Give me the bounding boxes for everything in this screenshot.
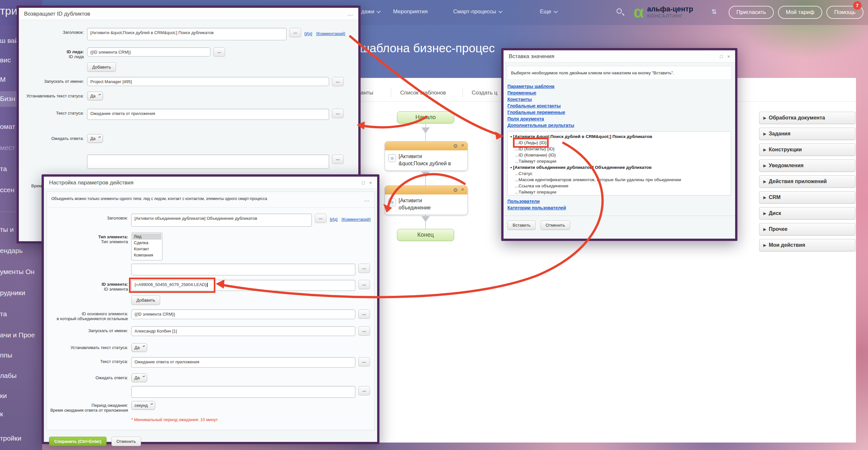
insert-value-button[interactable]: ... [358,264,370,273]
tree-item-id-companies[interactable]: ...ID (Компании) {ID} [510,152,728,158]
main-element-id-input[interactable]: {{ID элемента CRM}} [131,310,355,319]
sidebar-item[interactable]: рудники [0,289,42,297]
comment-link[interactable]: [Комментарий] [342,217,371,222]
close-icon[interactable]: × [369,180,372,185]
insert-value-button[interactable]: ... [332,109,344,118]
header-textarea[interactable]: [Активити объединение дубликатов] Объеди… [131,214,312,227]
insert-value-button[interactable]: ... [315,214,327,223]
tree-item-status[interactable]: ...Статус [510,170,728,176]
link-user-categories[interactable]: Категории пользователей [507,204,731,211]
accordion-my-actions[interactable]: ▶Мои действия [759,239,855,251]
accordion-other[interactable]: ▶Прочее [759,223,855,235]
header-textarea[interactable]: [Активити &quot;Поиск дублей в CRM&quot;… [87,28,286,40]
tab-template-list[interactable]: Список шаблонов [400,90,446,96]
insert-value-button[interactable]: ... [289,28,301,37]
insert-value-button[interactable]: ... [358,310,370,319]
gear-icon[interactable]: ⚙ [453,187,458,193]
id-link[interactable]: [Ид] [330,217,338,222]
flow-arrow-down-icon[interactable] [421,171,430,178]
close-icon[interactable]: × [461,186,464,193]
listbox-option[interactable]: Сделка [132,239,161,246]
link-users[interactable]: Пользователи [507,198,731,204]
set-status-select[interactable]: Да▴▾ [87,92,103,100]
link-global-constants[interactable]: Глобальные константы [507,103,731,109]
link-template-params[interactable]: Параметры шаблона [507,83,731,90]
insert-value-button[interactable]: ... [358,357,370,366]
cancel-button[interactable]: Отменить [540,221,570,230]
listbox-option[interactable]: Контакт [132,246,161,252]
period-select[interactable]: секунд▴▾ [131,401,155,410]
dialog-menu-icon[interactable]: ... [348,11,353,17]
sidebar-item[interactable]: та [0,310,42,318]
wait-answer-select[interactable]: Да▴▾ [131,374,147,382]
save-button[interactable]: Сохранить (Ctrl+Enter) [49,437,106,446]
flow-arrow-down-icon[interactable] [421,127,430,134]
set-status-select[interactable]: Да▴▾ [131,343,147,352]
accordion-app-actions[interactable]: ▶Действия приложений [759,175,855,188]
dialog-titlebar[interactable]: Вставка значения □ × [503,50,735,63]
sidebar-item[interactable]: ендарь [0,247,42,255]
accordion-disk[interactable]: ▶Диск [759,207,855,220]
tree-item-merge-link[interactable]: ...Ссылка на объединение [510,183,728,189]
tree-item-id-leads[interactable]: ...ID (Лиды) {ID} [510,139,728,146]
cancel-button[interactable]: Отменить [112,437,141,446]
comment-link[interactable]: [Комментарий] [316,31,345,36]
empty-textarea[interactable] [131,386,355,398]
lead-id-input[interactable]: {{ID элемента CRM}} [87,47,211,57]
flow-start-node[interactable]: Начало [397,111,454,123]
tab-create[interactable]: Создать ц [472,90,497,96]
sidebar-item[interactable]: лабы [0,372,42,380]
run-as-input[interactable]: Александр Колбин [1] [131,326,355,336]
insert-button[interactable]: Вставить [507,221,536,230]
nav-smart-processes[interactable]: Смарт-процессы [453,8,501,15]
dialog-menu-icon[interactable]: ... [364,196,370,203]
tree-activity1-header[interactable]: • [Активити &quot;Поиск дублей в CRM&quo… [510,133,728,139]
minimize-icon[interactable]: □ [362,180,365,185]
wait-answer-select[interactable]: Да▴▾ [87,134,103,143]
accordion-constructions[interactable]: ▶Конструкции [759,143,855,156]
link-global-variables[interactable]: Глобальные переменные [507,109,731,116]
run-as-input[interactable]: Project Manager [495] [87,77,329,86]
empty-textarea[interactable] [131,264,355,275]
tree-item-timeout[interactable]: ...Таймаут операции [510,189,728,195]
link-document-fields[interactable]: Поля документа [507,116,731,122]
close-icon[interactable]: × [461,142,464,149]
listbox-option[interactable]: Компания [132,252,161,258]
link-variables[interactable]: Переменные [507,90,731,96]
accordion-document-processing[interactable]: ▶Обработка документа [759,112,855,124]
close-icon[interactable]: × [727,54,730,59]
status-text-input[interactable]: Ожидание ответа от приложения [131,357,355,367]
tree-item-timeout[interactable]: ...Таймаут операции [510,158,728,164]
accordion-crm[interactable]: ▶CRM [759,191,855,203]
dialog-titlebar[interactable]: Возвращает ID дубликтов ... [19,8,358,20]
tree-activity2-header[interactable]: • [Активити объединение дубликатов] Объе… [510,164,728,170]
invite-button[interactable]: Пригласить [728,6,774,19]
tab-variants[interactable]: анты [361,90,373,96]
sidebar-item[interactable]: тройки [0,435,42,442]
id-link[interactable]: [Ид] [304,31,312,36]
link-constants[interactable]: Константы [507,96,731,103]
add-button[interactable]: Добавить [131,295,160,305]
insert-value-button[interactable]: ... [358,280,370,289]
insert-value-button[interactable]: ... [358,326,370,336]
nav-sales[interactable]: дажи [361,8,379,15]
sidebar-item[interactable]: ппы [0,351,42,359]
sidebar-item[interactable]: ки [0,392,42,400]
flow-activity2-card[interactable]: ⚙ × ◎ [Активити объединение [384,185,468,215]
empty-textarea[interactable] [87,155,329,169]
add-button[interactable]: Добавить [87,62,116,72]
insert-value-button[interactable]: ... [213,47,225,57]
tree-item-id-contacts[interactable]: ...ID (Контакты) {ID} [510,146,728,152]
switch-account-icon[interactable]: ⇅ [711,8,717,15]
accordion-tasks[interactable]: ▶Задания [759,128,855,140]
insert-value-button[interactable]: ... [332,77,344,86]
tree-item-deleted-ids[interactable]: ...Массив идентификаторов элементов, кот… [510,176,728,183]
sidebar-item[interactable]: ачи и Прое [0,331,42,339]
status-text-input[interactable]: Ожидание ответа от приложения [87,109,329,120]
link-additional-results[interactable]: Дополнительные результаты [507,122,731,129]
nav-events[interactable]: Мероприятия [393,8,428,15]
flow-activity1-card[interactable]: ⚙ × ◎ [Активити &quot;Поиск дублей в [384,141,468,171]
sidebar-item[interactable]: ументы Он [0,268,42,276]
nav-more[interactable]: Еще [540,8,556,15]
gear-icon[interactable]: ⚙ [453,143,458,149]
